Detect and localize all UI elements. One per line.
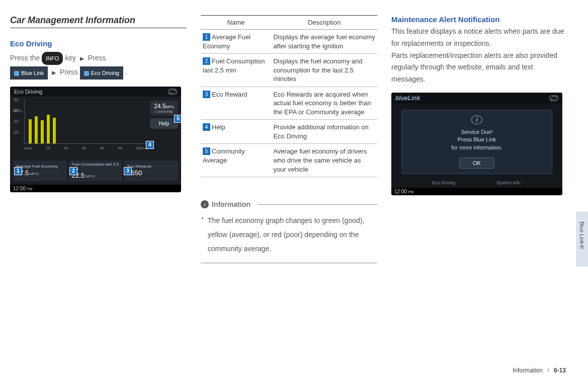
- table-row: 2Fuel Consumption last 2.5 min Displays …: [201, 54, 377, 87]
- ytick: 40: [14, 97, 19, 102]
- nav-instructions: Press the INFO key ▶ Press Blue Link ▶ P…: [10, 51, 187, 80]
- clock: 12:00 PM: [391, 188, 562, 195]
- tab-eco-driving[interactable]: Eco Driving: [432, 180, 455, 185]
- row-desc: Average fuel economy of drivers who driv…: [271, 144, 377, 177]
- community-mpg-value: 24.5: [154, 103, 165, 110]
- footer-label: Information: [513, 367, 543, 374]
- section-title: Car Management Information: [10, 15, 187, 28]
- blue-link-pill: Blue Link: [10, 66, 48, 80]
- callout-2: 2: [69, 167, 77, 175]
- hyundai-logo-icon: [549, 95, 558, 101]
- eco-driving-screenshot: Eco Driving MPG 40 30 20 10 Now102030405…: [10, 87, 181, 192]
- info-key-pill: INFO: [42, 52, 63, 65]
- information-block: i Information The fuel economy graph cha…: [201, 200, 377, 263]
- bar: [29, 119, 32, 143]
- hyundai-logo-icon: [168, 89, 177, 95]
- callout-1: 1: [14, 167, 22, 175]
- th-name: Name: [201, 16, 271, 30]
- maint-para-2: Parts replacement/inspection alerts are …: [391, 50, 568, 86]
- text: Press: [88, 54, 106, 62]
- row-badge: 3: [203, 91, 210, 98]
- ok-button[interactable]: OK: [459, 158, 494, 169]
- row-badge: 2: [203, 57, 210, 65]
- info-title: Information: [212, 200, 250, 208]
- stat-eco-rewards[interactable]: Eco Rewards 3550: [124, 161, 178, 181]
- divider: [259, 204, 377, 205]
- page-footer: Information I 6-13: [513, 367, 566, 374]
- dialog-info-icon: i: [471, 115, 482, 124]
- row-badge: 5: [203, 147, 210, 155]
- bluelink-logo: blueLink: [395, 95, 420, 102]
- text: Press the: [10, 54, 40, 62]
- info-body: The fuel economy graph changes to green …: [201, 213, 377, 263]
- row-badge: 1: [203, 33, 210, 41]
- th-desc: Description: [271, 16, 377, 30]
- row-badge: 4: [203, 123, 210, 131]
- ytick: 30: [14, 108, 19, 113]
- info-icon: i: [201, 200, 209, 208]
- stat-label: Fuel Consumption last 2.5 min: [72, 163, 120, 172]
- row-name: Fuel Consumption last 2.5 min: [203, 57, 265, 74]
- text: key: [65, 54, 76, 62]
- row-desc: Provide additional information on Eco Dr…: [271, 120, 377, 144]
- chart-xlabels: Now1020304050600ml: [24, 146, 147, 150]
- callout-3: 3: [124, 167, 132, 175]
- maintenance-screenshot: blueLink i Service Due! Press Blue Link …: [391, 93, 562, 195]
- clock: 12:00 PM: [10, 185, 181, 192]
- table-row: 1Average Fuel Economy Displays the avera…: [201, 30, 377, 54]
- ytick: 10: [14, 130, 19, 135]
- footer-sep: I: [547, 367, 549, 374]
- bar: [53, 118, 56, 143]
- feature-table: Name Description 1Average Fuel Economy D…: [201, 15, 377, 177]
- bar: [41, 120, 44, 143]
- eco-bar-chart: 40 30 20 10: [24, 100, 147, 144]
- arrow-icon: ▶: [80, 53, 84, 64]
- arrow-icon: ▶: [52, 67, 56, 78]
- maintenance-heading: Maintenance Alert Notification: [391, 15, 568, 24]
- table-row: 5Community Average Average fuel economy …: [201, 144, 377, 177]
- side-tab-label: Blue Link®: [579, 221, 585, 250]
- text: Press: [60, 68, 78, 76]
- dialog-line: Service Due!: [451, 128, 502, 136]
- dialog-line: for more information.: [451, 144, 502, 151]
- ytick: 20: [14, 119, 19, 124]
- bar: [47, 115, 50, 143]
- text: .: [125, 68, 127, 76]
- stat-label: Average Fuel Economy: [16, 165, 64, 169]
- stat-label: Eco Rewards: [127, 165, 175, 169]
- tab-system-info[interactable]: System Info.: [496, 180, 522, 185]
- dialog-line: Press Blue Link: [451, 136, 502, 143]
- community-avg-box: 24.5MPG Community: [150, 101, 178, 115]
- row-desc: Eco Rewards are acquired when actual fue…: [271, 87, 377, 120]
- row-name: Eco Reward: [212, 91, 247, 98]
- eco-driving-pill: Eco Driving: [80, 66, 123, 80]
- footer-page: 6-13: [554, 367, 566, 374]
- service-due-dialog: i Service Due! Press Blue Link for more …: [401, 110, 552, 174]
- row-name: Help: [212, 123, 225, 131]
- screen-title: Eco Driving: [14, 89, 42, 95]
- bar: [35, 116, 38, 143]
- eco-driving-heading: Eco Driving: [10, 39, 187, 48]
- row-desc: Displays the average fuel economy after …: [271, 30, 377, 54]
- callout-5: 5: [174, 115, 181, 123]
- table-row: 3Eco Reward Eco Rewards are acquired whe…: [201, 87, 377, 120]
- table-row: 4Help Provide additional information on …: [201, 120, 377, 144]
- callout-4: 4: [146, 141, 154, 149]
- row-desc: Displays the fuel economy and consumptio…: [271, 54, 377, 87]
- maint-para-1: This feature displays a notice alerts wh…: [391, 26, 568, 50]
- community-label: Community: [151, 110, 177, 113]
